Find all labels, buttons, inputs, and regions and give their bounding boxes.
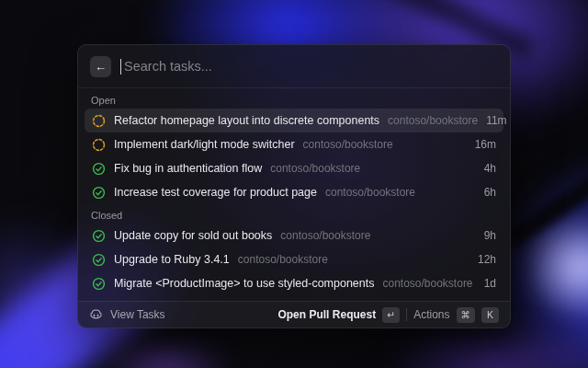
task-time: 4h (484, 162, 496, 175)
task-row[interactable]: Implement dark/light mode switcher conto… (85, 132, 503, 156)
footer-actions: Open Pull Request ↵ Actions ⌘ K (277, 307, 499, 323)
task-time: 1d (484, 277, 496, 290)
task-section: Open Refactor homepage layout into discr… (78, 89, 510, 204)
in-progress-icon (92, 138, 106, 152)
task-title: Update copy for sold out books (114, 229, 272, 242)
copilot-icon (89, 308, 103, 322)
task-title: Implement dark/light mode switcher (114, 138, 295, 151)
section-items: Refactor homepage layout into discrete c… (78, 109, 510, 204)
task-time: 9h (484, 229, 496, 242)
task-status-icon (92, 253, 106, 267)
task-section: Closed Update copy for sold out books co… (78, 204, 510, 301)
task-status-icon (92, 229, 106, 243)
task-time: 16m (475, 138, 496, 151)
footer-divider (406, 308, 407, 321)
task-search-palette: ← Open Refactor homepage layout into dis… (77, 44, 511, 328)
task-status-icon (92, 114, 106, 128)
task-title: Migrate <ProductImage> to use styled-com… (114, 277, 374, 290)
task-title: Upgrade to Ruby 3.4.1 (114, 253, 230, 266)
search-bar: ← (78, 45, 510, 88)
section-items: Update copy for sold out books contoso/b… (78, 224, 510, 301)
task-repo: contoso/bookstore (303, 138, 393, 151)
check-circle-icon (92, 253, 106, 267)
check-circle-icon (92, 186, 106, 200)
section-label: Open (78, 89, 510, 109)
text-caret (120, 59, 121, 75)
arrow-left-icon: ← (95, 61, 107, 73)
back-button[interactable]: ← (90, 56, 111, 77)
task-repo: contoso/bookstore (280, 229, 370, 242)
task-status-icon (92, 277, 106, 291)
task-time: 6h (484, 186, 496, 199)
in-progress-icon (92, 114, 106, 128)
task-status-icon (92, 186, 106, 200)
actions-button[interactable]: Actions (413, 308, 449, 321)
task-row[interactable]: Increase test coverage for product page … (85, 180, 503, 204)
view-tasks-button[interactable]: View Tasks (110, 308, 165, 321)
command-key-badge: ⌘ (457, 307, 476, 323)
task-status-icon (92, 138, 106, 152)
enter-key-badge: ↵ (382, 307, 400, 323)
task-row[interactable]: Upgrade to Ruby 3.4.1 contoso/bookstore … (85, 247, 503, 271)
task-row[interactable]: Fix bug in authentication flow contoso/b… (85, 156, 503, 180)
task-title: Increase test coverage for product page (114, 186, 317, 199)
task-list: Open Refactor homepage layout into discr… (78, 88, 510, 301)
task-row[interactable]: Update copy for sold out books contoso/b… (85, 224, 503, 247)
task-repo: contoso/bookstore (270, 162, 360, 175)
task-row[interactable]: Migrate <ProductImage> to use styled-com… (85, 271, 503, 295)
section-label: Closed (78, 204, 510, 224)
task-repo: contoso/bookstore (388, 114, 478, 127)
search-input[interactable] (124, 59, 498, 74)
task-title: Fix bug in authentication flow (114, 162, 262, 175)
wallpaper-blob-purple-bottom-left (99, 339, 232, 368)
task-row[interactable]: Refactor homepage layout into discrete c… (85, 109, 503, 132)
task-repo: contoso/bookstore (382, 277, 472, 290)
check-circle-icon (92, 229, 106, 243)
task-repo: contoso/bookstore (325, 186, 415, 199)
footer-bar: View Tasks Open Pull Request ↵ Actions ⌘… (78, 301, 510, 328)
task-time: 11m (486, 114, 506, 127)
wallpaper-blob-purple-bottom-right (384, 324, 588, 368)
task-title: Refactor homepage layout into discrete c… (114, 114, 379, 127)
task-status-icon (92, 162, 106, 176)
task-time: 12h (478, 253, 496, 266)
k-key-badge: K (481, 307, 499, 323)
task-repo: contoso/bookstore (238, 253, 328, 266)
open-pull-request-button[interactable]: Open Pull Request (277, 308, 376, 321)
check-circle-icon (92, 277, 106, 291)
check-circle-icon (92, 162, 106, 176)
